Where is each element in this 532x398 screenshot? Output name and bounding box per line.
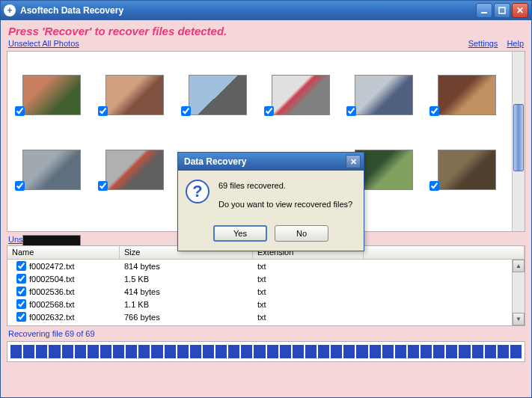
question-icon: ? <box>186 180 210 203</box>
photo-thumbnail[interactable] <box>438 75 496 115</box>
file-size: 766 bytes <box>120 312 253 322</box>
file-name: f0002632.txt <box>29 313 75 322</box>
dialog-title: Data Recovery <box>184 156 246 167</box>
photo-checkbox[interactable] <box>98 181 108 191</box>
photo-thumbnail[interactable] <box>22 150 81 190</box>
photo-checkbox[interactable] <box>15 181 25 191</box>
table-row[interactable]: f0002472.txt 814 bytes txt <box>7 260 525 272</box>
photo-checkbox[interactable] <box>346 106 356 116</box>
svg-rect-1 <box>499 7 505 13</box>
photo-cell <box>10 132 94 207</box>
photo-checkbox[interactable] <box>15 106 25 116</box>
photo-thumbnail[interactable] <box>189 75 247 115</box>
maximize-button[interactable] <box>494 3 510 18</box>
file-ext: txt <box>253 287 364 297</box>
titlebar: + Asoftech Data Recovery ✕ <box>1 1 531 20</box>
photo-thumbnail[interactable] <box>272 75 330 115</box>
file-checkbox[interactable] <box>16 274 26 284</box>
unselect-all-photos-link[interactable]: Unselect All Photos <box>8 39 79 48</box>
dialog-titlebar: Data Recovery ✕ <box>178 153 364 171</box>
photo-cell <box>425 132 508 207</box>
svg-rect-0 <box>481 12 487 13</box>
app-window: + Asoftech Data Recovery ✕ Press 'Recove… <box>0 0 532 398</box>
dialog-line2: Do you want to view recovered files? <box>218 198 352 211</box>
table-row[interactable]: f0002504.txt 1.5 KB txt <box>7 272 525 285</box>
minimize-button[interactable] <box>476 3 492 18</box>
photo-cell <box>94 58 177 132</box>
file-size: 814 bytes <box>120 261 253 272</box>
table-row[interactable]: f0002632.txt 766 bytes txt <box>7 310 525 323</box>
file-checkbox[interactable] <box>16 261 26 271</box>
yes-button[interactable]: Yes <box>213 225 267 242</box>
scrollbar-thumb[interactable] <box>513 104 524 171</box>
file-checkbox[interactable] <box>16 312 26 322</box>
photo-thumbnail[interactable] <box>355 75 413 115</box>
photo-cell <box>177 58 260 132</box>
photo-thumbnail[interactable] <box>106 75 164 115</box>
photo-checkbox[interactable] <box>264 106 274 116</box>
file-list-body: f0002472.txt 814 bytes txt f0002504.txt … <box>7 260 525 323</box>
scroll-down-icon[interactable]: ▼ <box>513 313 525 325</box>
app-icon: + <box>4 4 16 16</box>
photo-thumbnail[interactable] <box>22 75 81 115</box>
file-checkbox[interactable] <box>16 287 26 296</box>
file-ext: txt <box>253 261 364 272</box>
photo-cell <box>260 58 343 132</box>
dialog-message: 69 files recovered. Do you want to view … <box>218 180 352 216</box>
photo-checkbox[interactable] <box>181 106 191 116</box>
column-header-name[interactable]: Name <box>7 246 120 259</box>
progress-container <box>7 341 525 362</box>
file-name: f0002568.txt <box>29 300 75 309</box>
file-size: 414 bytes <box>120 287 253 297</box>
scroll-up-icon[interactable]: ▲ <box>513 260 525 272</box>
photo-cell <box>425 58 508 132</box>
photo-cell <box>94 132 177 207</box>
file-name: f0002536.txt <box>29 287 75 296</box>
progress-bar <box>10 345 522 358</box>
recovery-dialog: Data Recovery ✕ ? 69 files recovered. Do… <box>177 152 364 251</box>
photo-scrollbar[interactable] <box>512 52 525 231</box>
photo-checkbox[interactable] <box>98 106 108 116</box>
file-list: Name Size Extension f0002472.txt 814 byt… <box>7 245 525 326</box>
help-link[interactable]: Help <box>507 39 524 48</box>
instruction-text: Press 'Recover' to recover files detecte… <box>1 20 531 39</box>
window-title: Asoftech Data Recovery <box>20 5 123 16</box>
table-row[interactable]: f0002568.txt 1.1 KB txt <box>7 298 525 310</box>
close-button[interactable]: ✕ <box>512 3 528 18</box>
photo-checkbox[interactable] <box>429 106 439 116</box>
file-name: f0002472.txt <box>29 262 75 271</box>
file-ext: txt <box>253 299 364 310</box>
file-checkbox[interactable] <box>16 299 26 309</box>
photo-cell <box>10 58 94 132</box>
file-size: 1.1 KB <box>120 299 253 310</box>
file-ext: txt <box>253 312 364 322</box>
settings-link[interactable]: Settings <box>468 39 498 48</box>
dialog-line1: 69 files recovered. <box>218 180 352 192</box>
table-row[interactable]: f0002536.txt 414 bytes txt <box>7 285 525 298</box>
column-header-empty <box>364 246 525 259</box>
file-name: f0002504.txt <box>29 275 75 284</box>
photo-thumbnail[interactable] <box>106 150 164 190</box>
file-size: 1.5 KB <box>120 274 253 284</box>
file-scrollbar[interactable]: ▲ ▼ <box>512 260 525 325</box>
photo-cell <box>342 58 425 132</box>
photo-checkbox[interactable] <box>429 181 439 191</box>
file-ext: txt <box>253 274 364 284</box>
dialog-close-button[interactable]: ✕ <box>346 155 361 168</box>
top-link-row: Unselect All Photos Settings Help <box>1 39 531 51</box>
photo-thumbnail[interactable] <box>438 150 496 190</box>
no-button[interactable]: No <box>275 225 328 242</box>
status-text: Recovering file 69 of 69 <box>1 326 531 340</box>
